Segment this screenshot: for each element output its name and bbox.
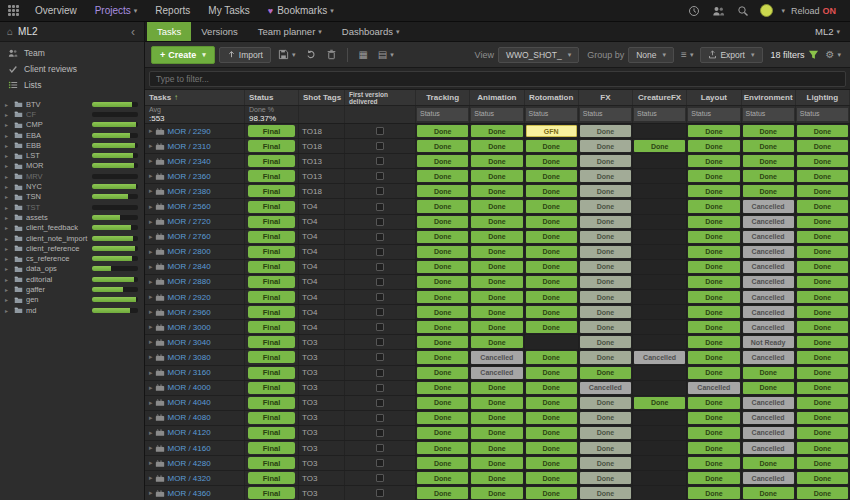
expand-caret-icon[interactable]: ▸ [5,132,11,139]
task-link[interactable]: MOR / 4320 [168,474,211,483]
checkbox[interactable] [376,233,384,241]
pipeline-status[interactable]: Done [688,351,739,363]
pipeline-status[interactable]: Done [797,170,848,182]
pipeline-status[interactable]: Done [471,472,522,484]
status-badge[interactable]: Final [248,201,295,213]
pipeline-status[interactable]: Cancelled [743,291,794,303]
task-link[interactable]: MOR / 3160 [168,368,211,377]
pipeline-status[interactable]: Done [471,170,522,182]
pipeline-status[interactable]: Done [688,125,739,137]
column-header-lighting[interactable]: Lighting [796,90,850,105]
expand-caret-icon[interactable]: ▸ [149,489,153,497]
task-link[interactable]: MOR / 4000 [168,383,211,392]
pipeline-status[interactable]: Done [688,291,739,303]
pipeline-status[interactable]: Done [688,231,739,243]
collapse-sidebar-icon[interactable]: ‹ [129,25,137,39]
pipeline-status[interactable]: Done [797,291,848,303]
checkbox[interactable] [376,338,384,346]
pipeline-status[interactable]: Done [797,487,848,499]
pipeline-status[interactable]: Done [797,216,848,228]
pipeline-status[interactable]: Cancelled [580,382,631,394]
pipeline-status[interactable]: Done [797,231,848,243]
sidebar-tree-item-btv[interactable]: ▸BTV [0,99,144,109]
pipeline-status[interactable]: Done [580,170,631,182]
pipeline-status[interactable]: Cancelled [688,382,739,394]
sidebar-tree-item-cf[interactable]: ▸CF [0,109,144,119]
column-header-layout[interactable]: Layout [687,90,741,105]
status-badge[interactable]: Final [248,412,295,424]
column-header-fx[interactable]: FX [579,90,633,105]
task-link[interactable]: MOR / 4120 [168,428,211,437]
pipeline-status[interactable]: Cancelled [743,397,794,409]
expand-caret-icon[interactable]: ▸ [149,172,153,180]
sidebar-tree-item-editorial[interactable]: ▸editorial [0,274,144,284]
sidebar-tree-item-mrv[interactable]: ▸MRV [0,171,144,181]
pipeline-status[interactable]: Done [417,336,468,348]
pipeline-status[interactable]: Done [580,125,631,137]
save-icon[interactable]: ▾ [275,48,299,61]
checkbox[interactable] [376,172,384,180]
checkbox[interactable] [376,157,384,165]
pipeline-status[interactable]: Done [526,397,577,409]
expand-caret-icon[interactable]: ▸ [5,276,11,283]
pipeline-status[interactable]: Done [743,382,794,394]
pipeline-status[interactable]: Done [797,472,848,484]
checkbox[interactable] [376,187,384,195]
column-header-status[interactable]: Status [245,90,299,105]
pipeline-status[interactable]: Done [526,412,577,424]
pipeline-status[interactable]: Done [526,457,577,469]
status-badge[interactable]: Final [248,336,295,348]
pipeline-status[interactable]: Done [417,397,468,409]
pipeline-status[interactable]: Done [471,487,522,499]
task-link[interactable]: MOR / 2560 [168,202,211,211]
pipeline-status[interactable]: Done [417,367,468,379]
pipeline-status[interactable]: Done [526,472,577,484]
pipeline-status[interactable]: Done [417,170,468,182]
pipeline-status[interactable]: Done [580,367,631,379]
pipeline-status[interactable]: Done [797,276,848,288]
sidebar-tree-item-md[interactable]: ▸md [0,305,144,315]
status-badge[interactable]: Final [248,276,295,288]
people-icon[interactable] [706,5,731,17]
expand-caret-icon[interactable]: ▸ [149,369,153,377]
task-link[interactable]: MOR / 2360 [168,172,211,181]
pipeline-status[interactable]: Done [688,442,739,454]
task-link[interactable]: MOR / 2880 [168,277,211,286]
pipeline-status[interactable]: Done [471,291,522,303]
pipeline-status[interactable]: Cancelled [743,321,794,333]
pipeline-status[interactable]: Done [417,427,468,439]
undo-icon[interactable] [302,48,319,61]
pipeline-status[interactable]: Done [688,472,739,484]
pipeline-status[interactable]: Done [580,276,631,288]
status-badge[interactable]: Final [248,155,295,167]
pipeline-status[interactable]: Done [580,261,631,273]
sidebar-tree-item-client-feedback[interactable]: ▸client_feedback [0,223,144,233]
pipeline-status[interactable]: Cancelled [743,427,794,439]
pipeline-status[interactable]: Done [580,231,631,243]
pipeline-status[interactable]: Done [797,246,848,258]
checkbox[interactable] [376,459,384,467]
account-chevron-down-icon[interactable]: ▾ [781,7,785,15]
pipeline-status[interactable]: Done [580,291,631,303]
pipeline-status[interactable]: Done [417,412,468,424]
sidebar-tree-item-tst[interactable]: ▸TST [0,202,144,212]
checkbox[interactable] [376,142,384,150]
pipeline-status[interactable]: Cancelled [743,412,794,424]
expand-caret-icon[interactable]: ▸ [5,111,11,118]
sidebar-item-team[interactable]: Team [0,45,144,61]
pipeline-status[interactable]: Done [471,397,522,409]
pipeline-status[interactable]: Done [417,487,468,499]
pipeline-status[interactable]: Not Ready [743,336,794,348]
sidebar-tree-item-assets[interactable]: ▸assets [0,212,144,222]
expand-caret-icon[interactable]: ▸ [149,233,153,241]
pipeline-status[interactable]: Done [634,140,685,152]
task-link[interactable]: MOR / 4080 [168,413,211,422]
pipeline-status[interactable]: Done [688,185,739,197]
column-header-environment[interactable]: Environment [742,90,796,105]
status-badge[interactable]: Final [248,472,295,484]
status-badge[interactable]: Final [248,291,295,303]
column-header-rotomation[interactable]: Rotomation [525,90,579,105]
sidebar-tree-item-eba[interactable]: ▸EBA [0,130,144,140]
expand-caret-icon[interactable]: ▸ [5,296,11,303]
task-link[interactable]: MOR / 2720 [168,217,211,226]
